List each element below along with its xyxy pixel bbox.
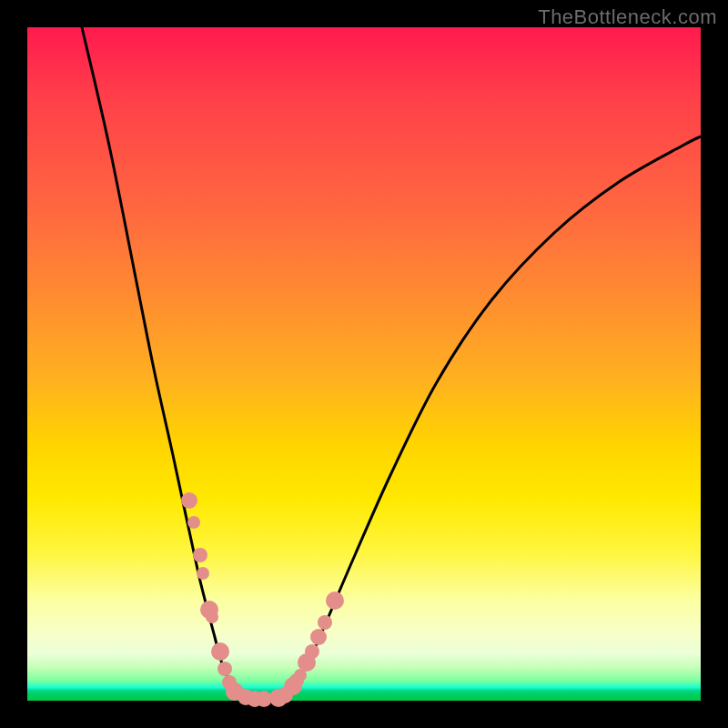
scatter-point (197, 567, 209, 580)
bottleneck-curve (82, 27, 701, 699)
scatter-point (193, 548, 207, 562)
scatter-point (187, 516, 200, 529)
chart-frame: TheBottleneck.com (0, 0, 728, 728)
scatter-point (211, 642, 229, 661)
watermark-text: TheBottleneck.com (538, 5, 717, 29)
scatter-point (181, 492, 197, 509)
scatter-point (305, 644, 319, 659)
scatter-point (217, 662, 232, 676)
scatter-point (326, 592, 344, 610)
scatter-point (318, 615, 332, 630)
chart-svg (27, 27, 701, 701)
scatter-point (206, 611, 218, 623)
scatter-point (310, 629, 327, 645)
plot-area (27, 27, 701, 701)
